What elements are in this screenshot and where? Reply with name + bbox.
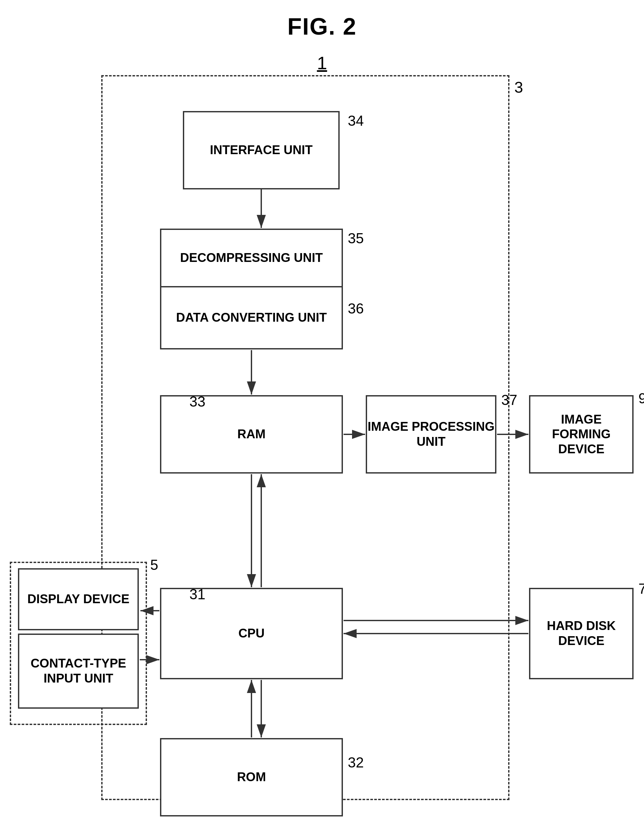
figure-title: FIG. 2 (288, 13, 356, 40)
contact-type-input-unit-box: CONTACT-TYPE INPUT UNIT (18, 634, 139, 709)
ram-label: RAM (237, 427, 266, 442)
cpu-box: CPU (160, 588, 343, 679)
contact-type-input-unit-label: CONTACT-TYPE INPUT UNIT (19, 656, 138, 686)
cpu-label: CPU (238, 626, 264, 641)
label-35: 35 (348, 230, 364, 246)
interface-unit-label: INTERFACE UNIT (210, 143, 313, 158)
label-36: 36 (348, 301, 364, 317)
label-33: 33 (189, 394, 205, 410)
display-device-box: DISPLAY DEVICE (18, 568, 139, 630)
label-37: 37 (501, 392, 517, 408)
hard-disk-device-label: HARD DISK DEVICE (531, 619, 632, 648)
data-converting-unit-label: DATA CONVERTING UNIT (176, 310, 327, 325)
image-processing-unit-box: IMAGE PROCESSING UNIT (366, 395, 496, 473)
image-forming-device-label: IMAGE FORMING DEVICE (531, 412, 632, 457)
label-32: 32 (348, 754, 364, 771)
image-forming-device-box: IMAGE FORMING DEVICE (529, 395, 634, 473)
decompressing-unit-label: DECOMPRESSING UNIT (180, 250, 323, 266)
label-9: 9 (639, 390, 644, 407)
interface-unit-box: INTERFACE UNIT (183, 111, 340, 189)
data-converting-unit-box: DATA CONVERTING UNIT (160, 288, 343, 350)
decompressing-unit-box: DECOMPRESSING UNIT (160, 228, 343, 288)
rom-label: ROM (237, 770, 266, 785)
display-device-label: DISPLAY DEVICE (28, 592, 130, 607)
image-processing-unit-label: IMAGE PROCESSING UNIT (367, 419, 495, 449)
label-34: 34 (348, 113, 364, 129)
label-5: 5 (150, 557, 158, 573)
label-31: 31 (189, 586, 205, 603)
label-1: 1 (317, 52, 327, 74)
diagram: FIG. 2 1 3 INTERFACE UNIT 34 DECOMPRESSI… (0, 0, 644, 838)
ram-box: RAM (160, 395, 343, 473)
label-7: 7 (639, 581, 644, 597)
label-3: 3 (514, 78, 523, 96)
hard-disk-device-box: HARD DISK DEVICE (529, 588, 634, 679)
rom-box: ROM (160, 738, 343, 817)
